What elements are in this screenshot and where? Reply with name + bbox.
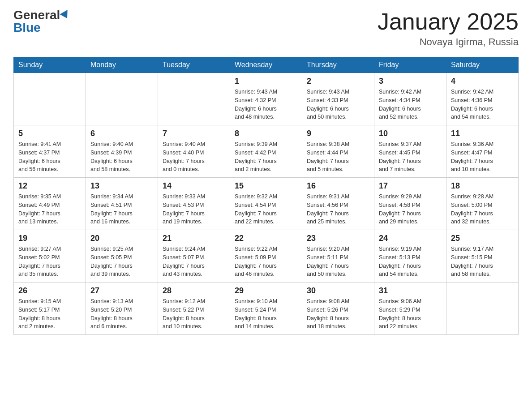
- day-number: 26: [18, 286, 81, 295]
- calendar-cell: [158, 73, 230, 125]
- day-number: 19: [18, 234, 81, 243]
- day-number: 24: [379, 234, 442, 243]
- calendar-cell: [86, 73, 158, 125]
- day-number: 30: [307, 286, 369, 295]
- calendar-cell: 4Sunrise: 9:42 AM Sunset: 4:36 PM Daylig…: [446, 73, 519, 125]
- weekday-header-wednesday: Wednesday: [230, 57, 302, 73]
- weekday-header-tuesday: Tuesday: [158, 57, 230, 73]
- day-info: Sunrise: 9:25 AM Sunset: 5:05 PM Dayligh…: [90, 245, 153, 278]
- week-row-3: 12Sunrise: 9:35 AM Sunset: 4:49 PM Dayli…: [14, 178, 519, 230]
- calendar-cell: 30Sunrise: 9:08 AM Sunset: 5:26 PM Dayli…: [302, 283, 374, 335]
- calendar-cell: [446, 283, 519, 335]
- calendar-cell: 23Sunrise: 9:20 AM Sunset: 5:11 PM Dayli…: [302, 230, 374, 283]
- day-info: Sunrise: 9:19 AM Sunset: 5:13 PM Dayligh…: [379, 245, 442, 278]
- day-number: 13: [90, 181, 153, 191]
- day-number: 20: [90, 234, 153, 243]
- calendar-cell: 14Sunrise: 9:33 AM Sunset: 4:53 PM Dayli…: [158, 178, 230, 230]
- day-number: 2: [307, 77, 369, 86]
- day-info: Sunrise: 9:13 AM Sunset: 5:20 PM Dayligh…: [90, 297, 153, 331]
- day-info: Sunrise: 9:15 AM Sunset: 5:17 PM Dayligh…: [18, 297, 81, 331]
- day-number: 10: [379, 129, 442, 138]
- calendar-cell: 22Sunrise: 9:22 AM Sunset: 5:09 PM Dayli…: [230, 230, 302, 283]
- day-info: Sunrise: 9:24 AM Sunset: 5:07 PM Dayligh…: [163, 245, 225, 278]
- day-info: Sunrise: 9:36 AM Sunset: 4:47 PM Dayligh…: [451, 140, 514, 174]
- weekday-header-thursday: Thursday: [302, 57, 374, 73]
- day-info: Sunrise: 9:08 AM Sunset: 5:26 PM Dayligh…: [307, 297, 369, 331]
- logo-triangle-icon: [60, 10, 71, 21]
- week-row-1: 1Sunrise: 9:43 AM Sunset: 4:32 PM Daylig…: [14, 73, 519, 125]
- calendar-cell: 19Sunrise: 9:27 AM Sunset: 5:02 PM Dayli…: [14, 230, 86, 283]
- week-row-4: 19Sunrise: 9:27 AM Sunset: 5:02 PM Dayli…: [14, 230, 519, 283]
- calendar-cell: 21Sunrise: 9:24 AM Sunset: 5:07 PM Dayli…: [158, 230, 230, 283]
- day-info: Sunrise: 9:06 AM Sunset: 5:29 PM Dayligh…: [379, 297, 442, 331]
- calendar-cell: 3Sunrise: 9:42 AM Sunset: 4:34 PM Daylig…: [374, 73, 446, 125]
- day-info: Sunrise: 9:28 AM Sunset: 5:00 PM Dayligh…: [451, 193, 514, 226]
- day-number: 1: [235, 77, 297, 86]
- day-info: Sunrise: 9:27 AM Sunset: 5:02 PM Dayligh…: [18, 245, 81, 278]
- day-info: Sunrise: 9:17 AM Sunset: 5:15 PM Dayligh…: [451, 245, 514, 278]
- day-info: Sunrise: 9:34 AM Sunset: 4:51 PM Dayligh…: [90, 193, 153, 226]
- calendar-cell: 8Sunrise: 9:39 AM Sunset: 4:42 PM Daylig…: [230, 125, 302, 178]
- calendar-cell: 7Sunrise: 9:40 AM Sunset: 4:40 PM Daylig…: [158, 125, 230, 178]
- calendar-subtitle: Novaya Igirma, Russia: [378, 36, 519, 48]
- day-number: 9: [307, 129, 369, 138]
- day-info: Sunrise: 9:29 AM Sunset: 4:58 PM Dayligh…: [379, 193, 442, 226]
- day-number: 28: [163, 286, 225, 295]
- day-number: 12: [18, 181, 81, 191]
- day-number: 21: [163, 234, 225, 243]
- day-number: 16: [307, 181, 369, 191]
- weekday-header-row: SundayMondayTuesdayWednesdayThursdayFrid…: [14, 57, 519, 73]
- day-number: 7: [163, 129, 225, 138]
- day-info: Sunrise: 9:42 AM Sunset: 4:34 PM Dayligh…: [379, 88, 442, 121]
- logo-general-text: General: [13, 9, 60, 21]
- calendar-cell: 9Sunrise: 9:38 AM Sunset: 4:44 PM Daylig…: [302, 125, 374, 178]
- calendar-cell: 1Sunrise: 9:43 AM Sunset: 4:32 PM Daylig…: [230, 73, 302, 125]
- calendar-cell: 16Sunrise: 9:31 AM Sunset: 4:56 PM Dayli…: [302, 178, 374, 230]
- calendar-cell: 29Sunrise: 9:10 AM Sunset: 5:24 PM Dayli…: [230, 283, 302, 335]
- day-number: 17: [379, 181, 442, 191]
- day-info: Sunrise: 9:43 AM Sunset: 4:33 PM Dayligh…: [307, 88, 369, 121]
- calendar-cell: 10Sunrise: 9:37 AM Sunset: 4:45 PM Dayli…: [374, 125, 446, 178]
- day-number: 5: [18, 129, 81, 138]
- day-info: Sunrise: 9:40 AM Sunset: 4:40 PM Dayligh…: [163, 140, 225, 174]
- day-info: Sunrise: 9:31 AM Sunset: 4:56 PM Dayligh…: [307, 193, 369, 226]
- weekday-header-monday: Monday: [86, 57, 158, 73]
- day-number: 23: [307, 234, 369, 243]
- weekday-header-saturday: Saturday: [446, 57, 519, 73]
- calendar-cell: 27Sunrise: 9:13 AM Sunset: 5:20 PM Dayli…: [86, 283, 158, 335]
- day-info: Sunrise: 9:43 AM Sunset: 4:32 PM Dayligh…: [235, 88, 297, 121]
- logo: General Blue: [13, 9, 70, 34]
- weekday-header-friday: Friday: [374, 57, 446, 73]
- calendar-cell: 6Sunrise: 9:40 AM Sunset: 4:39 PM Daylig…: [86, 125, 158, 178]
- calendar-cell: 31Sunrise: 9:06 AM Sunset: 5:29 PM Dayli…: [374, 283, 446, 335]
- calendar-cell: 25Sunrise: 9:17 AM Sunset: 5:15 PM Dayli…: [446, 230, 519, 283]
- day-info: Sunrise: 9:39 AM Sunset: 4:42 PM Dayligh…: [235, 140, 297, 174]
- calendar-cell: 26Sunrise: 9:15 AM Sunset: 5:17 PM Dayli…: [14, 283, 86, 335]
- day-number: 27: [90, 286, 153, 295]
- day-number: 6: [90, 129, 153, 138]
- day-number: 18: [451, 181, 514, 191]
- week-row-2: 5Sunrise: 9:41 AM Sunset: 4:37 PM Daylig…: [14, 125, 519, 178]
- day-info: Sunrise: 9:12 AM Sunset: 5:22 PM Dayligh…: [163, 297, 225, 331]
- calendar-cell: [14, 73, 86, 125]
- calendar-cell: 2Sunrise: 9:43 AM Sunset: 4:33 PM Daylig…: [302, 73, 374, 125]
- day-info: Sunrise: 9:38 AM Sunset: 4:44 PM Dayligh…: [307, 140, 369, 174]
- calendar-cell: 15Sunrise: 9:32 AM Sunset: 4:54 PM Dayli…: [230, 178, 302, 230]
- day-number: 8: [235, 129, 297, 138]
- week-row-5: 26Sunrise: 9:15 AM Sunset: 5:17 PM Dayli…: [14, 283, 519, 335]
- calendar-cell: 17Sunrise: 9:29 AM Sunset: 4:58 PM Dayli…: [374, 178, 446, 230]
- day-info: Sunrise: 9:35 AM Sunset: 4:49 PM Dayligh…: [18, 193, 81, 226]
- calendar-cell: 28Sunrise: 9:12 AM Sunset: 5:22 PM Dayli…: [158, 283, 230, 335]
- calendar-title: January 2025: [378, 9, 519, 34]
- day-info: Sunrise: 9:32 AM Sunset: 4:54 PM Dayligh…: [235, 193, 297, 226]
- day-number: 4: [451, 77, 514, 86]
- day-info: Sunrise: 9:37 AM Sunset: 4:45 PM Dayligh…: [379, 140, 442, 174]
- day-number: 11: [451, 129, 514, 138]
- day-number: 31: [379, 286, 442, 295]
- title-section: January 2025 Novaya Igirma, Russia: [378, 9, 519, 48]
- calendar-cell: 24Sunrise: 9:19 AM Sunset: 5:13 PM Dayli…: [374, 230, 446, 283]
- day-info: Sunrise: 9:42 AM Sunset: 4:36 PM Dayligh…: [451, 88, 514, 121]
- calendar-cell: 18Sunrise: 9:28 AM Sunset: 5:00 PM Dayli…: [446, 178, 519, 230]
- day-number: 14: [163, 181, 225, 191]
- day-info: Sunrise: 9:33 AM Sunset: 4:53 PM Dayligh…: [163, 193, 225, 226]
